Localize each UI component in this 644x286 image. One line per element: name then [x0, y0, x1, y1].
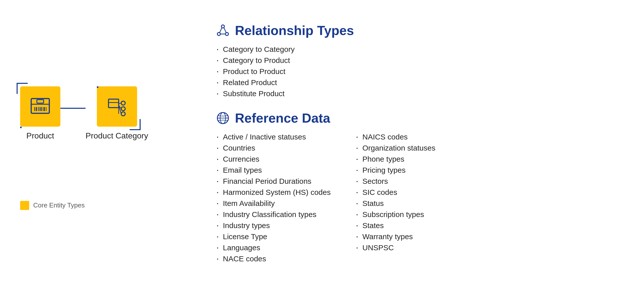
legend-label: Core Entity Types: [33, 201, 85, 209]
list-item: Phone types: [356, 155, 435, 163]
list-item: Financial Period Durations: [216, 177, 331, 186]
relationship-types-header: Relationship Types: [216, 23, 624, 38]
left-panel: Product: [20, 76, 196, 210]
globe-icon: [216, 112, 229, 125]
list-item: Category to Category: [216, 45, 295, 54]
section-reference-data: Reference Data Active / Inactive statuse…: [216, 111, 624, 263]
reference-data-list-col2: NAICS codes Organization statuses Phone …: [356, 133, 435, 263]
product-label: Product: [26, 131, 54, 140]
product-entity-icon: [20, 86, 60, 127]
diagram-area: Product: [20, 86, 148, 140]
svg-point-15: [121, 112, 125, 116]
list-item: States: [356, 221, 435, 230]
svg-point-21: [217, 32, 220, 35]
svg-rect-11: [108, 99, 119, 108]
list-item: Substitute Product: [216, 89, 295, 98]
page-container: Product: [0, 0, 644, 286]
svg-point-14: [121, 107, 125, 111]
svg-point-22: [225, 32, 228, 35]
list-item: Status: [356, 199, 435, 208]
reference-data-list-col1: Active / Inactive statuses Countries Cur…: [216, 133, 331, 263]
list-item: Industry types: [216, 221, 331, 230]
list-item: License Type: [216, 232, 331, 241]
list-item: NACE codes: [216, 255, 331, 263]
reference-data-content: Active / Inactive statuses Countries Cur…: [216, 133, 624, 263]
list-item: Organization statuses: [356, 144, 435, 152]
product-category-label: Product Category: [86, 131, 148, 140]
legend-color-box: [20, 201, 29, 210]
list-item: NAICS codes: [356, 133, 435, 141]
connector-line: [60, 108, 86, 109]
svg-point-20: [221, 25, 224, 28]
list-item: Industry Classification types: [216, 210, 331, 219]
list-item: Email types: [216, 166, 331, 174]
product-category-svg: [106, 95, 128, 118]
right-panel: Relationship Types Category to Category …: [196, 23, 624, 263]
svg-point-13: [121, 101, 125, 105]
legend: Core Entity Types: [20, 201, 85, 210]
list-item: Countries: [216, 144, 331, 152]
list-item: UNSPSC: [356, 243, 435, 252]
relationship-types-list: Category to Category Category to Product…: [216, 45, 295, 98]
list-item: Subscription types: [356, 210, 435, 219]
list-item: Warranty types: [356, 232, 435, 241]
product-category-icon-wrapper: [97, 86, 137, 127]
relationship-types-content: Category to Category Category to Product…: [216, 45, 624, 98]
list-item: Related Product: [216, 78, 295, 87]
entity-product-category: Product Category: [86, 86, 148, 140]
list-item: Active / Inactive statuses: [216, 133, 331, 141]
list-item: Product to Product: [216, 67, 295, 76]
list-item: SIC codes: [356, 188, 435, 197]
list-item: Harmonized System (HS) codes: [216, 188, 331, 197]
list-item: Languages: [216, 243, 331, 252]
list-item: Item Availability: [216, 199, 331, 208]
product-svg: [29, 95, 52, 118]
relationship-types-title: Relationship Types: [235, 23, 354, 38]
list-item: Currencies: [216, 155, 331, 163]
reference-data-header: Reference Data: [216, 111, 624, 126]
list-item: Category to Product: [216, 56, 295, 65]
svg-rect-0: [31, 98, 49, 113]
svg-line-23: [220, 28, 222, 33]
section-relationship-types: Relationship Types Category to Category …: [216, 23, 624, 98]
entity-product: Product: [20, 86, 60, 140]
list-item: Sectors: [356, 177, 435, 186]
list-item: Pricing types: [356, 166, 435, 174]
reference-data-title: Reference Data: [235, 111, 330, 126]
svg-rect-10: [37, 100, 44, 103]
product-category-entity-icon: [97, 86, 137, 127]
svg-line-24: [224, 28, 226, 33]
network-icon: [216, 24, 229, 37]
product-icon-wrapper: [20, 86, 60, 127]
